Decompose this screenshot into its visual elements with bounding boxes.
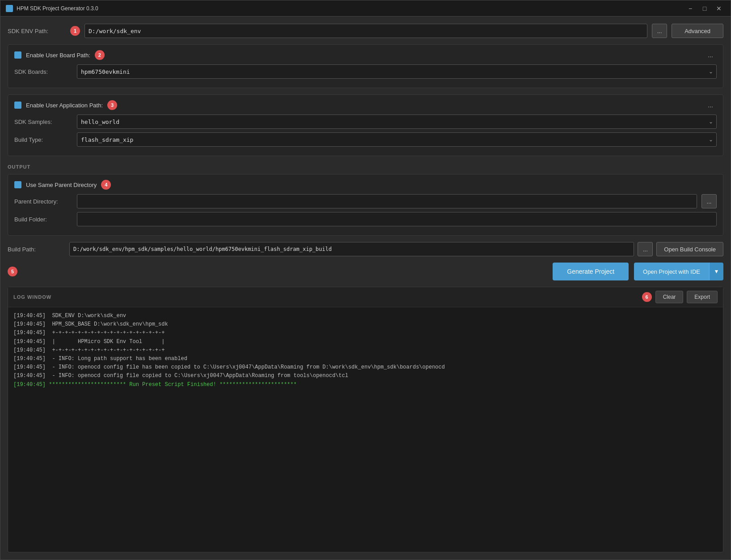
- output-card: Use Same Parent Directory 4 Parent Direc…: [8, 174, 723, 236]
- log-line: [19:40:45] HPM_SDK_BASE D:\work\sdk_env\…: [13, 320, 718, 329]
- log-line: [19:40:45] +-+-+-+-+-+-+-+-+-+-+-+-+-+-+…: [13, 329, 718, 337]
- log-window: LOG WINDOW 6 Clear Export [19:40:45] SDK…: [8, 287, 723, 552]
- build-type-select-wrap: flash_sdram_xip flash_xip ram ⌄: [77, 132, 717, 147]
- log-line: [19:40:45] | HPMicro SDK Env Tool |: [13, 338, 718, 346]
- build-path-browse-button[interactable]: ...: [638, 242, 653, 256]
- user-app-title: Enable User Application Path:: [26, 102, 103, 109]
- log-line: [19:40:45] +-+-+-+-+-+-+-+-+-+-+-+-+-+-+…: [13, 346, 718, 355]
- badge-3: 3: [107, 100, 117, 110]
- same-parent-header: Use Same Parent Directory 4: [14, 180, 717, 190]
- use-same-parent-checkbox[interactable]: [14, 181, 21, 188]
- enable-user-board-checkbox[interactable]: [14, 51, 21, 59]
- open-ide-dropdown-button[interactable]: ▼: [709, 263, 723, 280]
- output-title: OUTPUT: [8, 164, 723, 170]
- main-content: SDK ENV Path: 1 ... Advanced Enable User…: [0, 17, 731, 560]
- log-line: [19:40:45] SDK_ENV D:\work\sdk_env: [13, 312, 718, 320]
- build-path-row: Build Path: ... Open Build Console: [8, 242, 723, 256]
- build-path-label: Build Path:: [8, 246, 66, 253]
- sdk-boards-row: SDK Boards: hpm6750evkmini hpm6750evk hp…: [14, 64, 717, 79]
- badge-1: 1: [70, 26, 80, 36]
- parent-dir-row: Parent Directory: ...: [14, 194, 717, 208]
- maximize-button[interactable]: □: [698, 4, 711, 13]
- title-bar: HPM SDK Project Generator 0.3.0 − □ ✕: [0, 0, 731, 17]
- badge-2: 2: [95, 50, 105, 60]
- parent-dir-input[interactable]: [77, 194, 697, 208]
- open-ide-group: Open Project with IDE ▼: [634, 263, 723, 280]
- sdk-boards-select[interactable]: hpm6750evkmini hpm6750evk hpm6360evk: [77, 64, 717, 79]
- sdk-boards-label: SDK Boards:: [14, 68, 72, 75]
- log-title: LOG WINDOW: [13, 294, 642, 300]
- clear-button[interactable]: Clear: [655, 291, 684, 303]
- build-folder-label: Build Folder:: [14, 216, 72, 223]
- enable-user-app-checkbox[interactable]: [14, 102, 21, 109]
- sdk-samples-row: SDK Samples: hello_world blink_led uart_…: [14, 115, 717, 129]
- user-board-title: Enable User Board Path:: [26, 52, 90, 59]
- advanced-button[interactable]: Advanced: [672, 24, 723, 38]
- badge-5: 5: [8, 267, 17, 276]
- export-button[interactable]: Export: [687, 291, 718, 303]
- same-parent-label: Use Same Parent Directory: [26, 182, 97, 188]
- sdk-env-browse-button[interactable]: ...: [652, 24, 667, 38]
- build-type-select[interactable]: flash_sdram_xip flash_xip ram: [77, 132, 717, 147]
- close-button[interactable]: ✕: [713, 4, 725, 13]
- action-row: 5 Generate Project Open Project with IDE…: [8, 263, 723, 280]
- window-controls: − □ ✕: [684, 4, 725, 13]
- sdk-samples-select[interactable]: hello_world blink_led uart_basic: [77, 115, 717, 129]
- main-window: HPM SDK Project Generator 0.3.0 − □ ✕ SD…: [0, 0, 731, 560]
- sdk-boards-select-wrap: hpm6750evkmini hpm6750evk hpm6360evk ⌄: [77, 64, 717, 79]
- log-line: [19:40:45] - INFO: Long path support has…: [13, 355, 718, 363]
- parent-dir-label: Parent Directory:: [14, 198, 72, 205]
- badge-4: 4: [101, 180, 111, 190]
- sdk-env-row: SDK ENV Path: 1 ... Advanced: [8, 24, 723, 38]
- sdk-env-input[interactable]: [85, 24, 647, 38]
- log-line: [19:40:45] - INFO: openocd config file c…: [13, 372, 718, 380]
- output-section: OUTPUT Use Same Parent Directory 4 Paren…: [8, 162, 723, 263]
- build-folder-input[interactable]: [77, 212, 717, 226]
- minimize-button[interactable]: −: [684, 4, 697, 13]
- user-app-section: Enable User Application Path: 3 ... SDK …: [8, 94, 723, 156]
- open-build-console-button[interactable]: Open Build Console: [656, 242, 723, 256]
- app-icon: [6, 5, 13, 12]
- user-board-section: Enable User Board Path: 2 ... SDK Boards…: [8, 44, 723, 88]
- sdk-samples-label: SDK Samples:: [14, 119, 72, 125]
- build-path-input[interactable]: [69, 242, 634, 256]
- user-board-header: Enable User Board Path: 2 ...: [14, 50, 717, 60]
- generate-project-button[interactable]: Generate Project: [553, 263, 629, 280]
- user-app-header: Enable User Application Path: 3 ...: [14, 100, 717, 110]
- parent-dir-browse-button[interactable]: ...: [701, 194, 717, 208]
- window-title: HPM SDK Project Generator 0.3.0: [17, 5, 680, 12]
- badge-6: 6: [642, 292, 652, 302]
- sdk-env-label: SDK ENV Path:: [8, 28, 66, 34]
- build-type-row: Build Type: flash_sdram_xip flash_xip ra…: [14, 132, 717, 147]
- log-line: [19:40:45] ************************ Run …: [13, 381, 718, 389]
- log-header: LOG WINDOW 6 Clear Export: [8, 287, 723, 307]
- log-line: [19:40:45] - INFO: openocd config file h…: [13, 363, 718, 372]
- user-app-browse-button[interactable]: ...: [704, 101, 717, 110]
- build-folder-row: Build Folder:: [14, 212, 717, 226]
- build-type-label: Build Type:: [14, 136, 72, 143]
- user-board-browse-button[interactable]: ...: [704, 51, 717, 59]
- open-ide-button[interactable]: Open Project with IDE: [634, 263, 709, 280]
- sdk-samples-select-wrap: hello_world blink_led uart_basic ⌄: [77, 115, 717, 129]
- log-content[interactable]: [19:40:45] SDK_ENV D:\work\sdk_env[19:40…: [8, 307, 723, 552]
